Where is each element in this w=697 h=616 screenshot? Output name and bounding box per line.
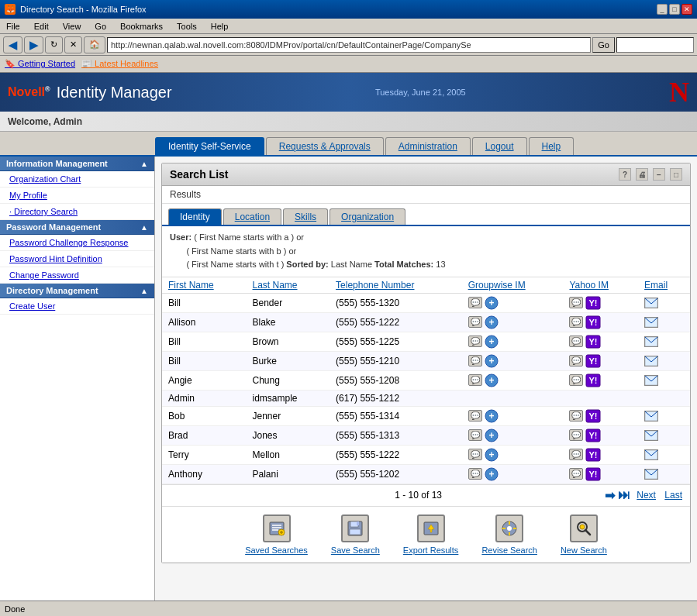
- menu-bookmarks[interactable]: Bookmarks: [117, 21, 166, 32]
- minimize-button[interactable]: _: [657, 4, 668, 15]
- menu-go[interactable]: Go: [91, 21, 109, 32]
- col-groupwise-im[interactable]: Groupwise IM: [462, 277, 564, 294]
- menu-help[interactable]: Help: [208, 21, 232, 32]
- new-search-button[interactable]: New Search: [561, 514, 607, 555]
- yahoo-icon[interactable]: Y!: [585, 315, 601, 329]
- bookmark-getting-started[interactable]: 🔖 Getting Started: [5, 59, 75, 69]
- revise-search-button[interactable]: Revise Search: [481, 514, 537, 555]
- email-icon[interactable]: [644, 430, 658, 441]
- email-icon[interactable]: [644, 356, 658, 367]
- yahoo-chat-icon[interactable]: 💬: [569, 355, 583, 367]
- sidebar-item-change-password[interactable]: Change Password: [0, 267, 154, 284]
- menu-tools[interactable]: Tools: [174, 21, 200, 32]
- yahoo-chat-icon[interactable]: 💬: [569, 316, 583, 328]
- bookmark-latest-headlines[interactable]: 📰 Latest Headlines: [81, 59, 158, 69]
- sidebar-section-information[interactable]: Information Management ▲: [0, 157, 154, 171]
- yahoo-icon[interactable]: Y!: [585, 335, 601, 349]
- table-row[interactable]: BobJenner(555) 555-1314 💬 + 💬 Y!: [162, 406, 690, 425]
- email-icon[interactable]: [644, 411, 658, 422]
- email-icon[interactable]: [644, 298, 658, 308]
- last-arrow[interactable]: ⏭: [618, 488, 630, 502]
- tab-logout[interactable]: Logout: [472, 137, 527, 155]
- export-results-button[interactable]: Export Results: [403, 514, 459, 555]
- browser-search-input[interactable]: [616, 37, 694, 53]
- menu-edit[interactable]: Edit: [31, 21, 52, 32]
- email-icon[interactable]: [644, 317, 658, 328]
- yahoo-icon[interactable]: Y!: [585, 448, 601, 462]
- gw-chat-icon[interactable]: 💬: [468, 336, 482, 347]
- gw-chat-icon[interactable]: 💬: [468, 316, 482, 328]
- table-row[interactable]: AngieChung(555) 555-1208 💬 + 💬 Y!: [162, 370, 690, 390]
- stop-button[interactable]: ✕: [64, 36, 82, 53]
- maximize-panel-icon[interactable]: □: [670, 168, 682, 181]
- next-link[interactable]: Next: [637, 490, 656, 501]
- gw-chat-icon[interactable]: 💬: [468, 297, 482, 308]
- sidebar-item-org-chart[interactable]: Organization Chart: [0, 171, 154, 188]
- gw-add-icon[interactable]: +: [485, 467, 499, 481]
- tab-help[interactable]: Help: [529, 137, 575, 155]
- tab-administration[interactable]: Administration: [385, 137, 471, 155]
- gw-add-icon[interactable]: +: [485, 373, 499, 387]
- table-row[interactable]: BradJones(555) 555-1313 💬 + 💬 Y!: [162, 425, 690, 445]
- email-icon[interactable]: [644, 469, 658, 480]
- gw-add-icon[interactable]: +: [485, 409, 499, 423]
- email-icon[interactable]: [644, 375, 658, 386]
- table-row[interactable]: AnthonyPalani(555) 555-1202 💬 + 💬 Y!: [162, 464, 690, 484]
- help-icon[interactable]: ?: [619, 168, 631, 181]
- menu-file[interactable]: File: [3, 21, 23, 32]
- yahoo-chat-icon[interactable]: 💬: [569, 468, 583, 480]
- yahoo-icon[interactable]: Y!: [585, 354, 601, 368]
- maximize-button[interactable]: □: [669, 4, 680, 15]
- email-icon[interactable]: [644, 449, 658, 460]
- gw-add-icon[interactable]: +: [485, 428, 499, 442]
- yahoo-icon[interactable]: Y!: [585, 373, 601, 387]
- print-icon[interactable]: 🖨: [636, 168, 648, 181]
- sub-tab-location[interactable]: Location: [223, 208, 281, 225]
- gw-chat-icon[interactable]: 💬: [468, 374, 482, 386]
- sidebar-item-create-user[interactable]: Create User: [0, 298, 154, 315]
- sidebar-section-directory[interactable]: Directory Management ▲: [0, 284, 154, 298]
- yahoo-chat-icon[interactable]: 💬: [569, 429, 583, 441]
- email-icon[interactable]: [644, 336, 658, 347]
- gw-chat-icon[interactable]: 💬: [468, 355, 482, 367]
- minimize-panel-icon[interactable]: −: [653, 168, 665, 181]
- gw-add-icon[interactable]: +: [485, 315, 499, 329]
- next-arrow[interactable]: ➡: [605, 488, 615, 503]
- yahoo-icon[interactable]: Y!: [585, 296, 601, 310]
- gw-chat-icon[interactable]: 💬: [468, 410, 482, 422]
- close-button[interactable]: ✕: [681, 4, 692, 15]
- tab-requests-approvals[interactable]: Requests & Approvals: [266, 137, 384, 155]
- last-link[interactable]: Last: [664, 490, 682, 501]
- table-row[interactable]: Adminidmsample(617) 555-1212: [162, 390, 690, 406]
- sidebar-item-my-profile[interactable]: My Profile: [0, 188, 154, 204]
- yahoo-chat-icon[interactable]: 💬: [569, 374, 583, 386]
- yahoo-icon[interactable]: Y!: [585, 467, 601, 481]
- yahoo-chat-icon[interactable]: 💬: [569, 297, 583, 308]
- save-search-button[interactable]: Save Search: [331, 514, 380, 555]
- col-first-name[interactable]: First Name: [162, 277, 247, 294]
- sidebar-item-directory-search[interactable]: · Directory Search: [0, 204, 154, 220]
- menu-view[interactable]: View: [60, 21, 85, 32]
- gw-add-icon[interactable]: +: [485, 335, 499, 349]
- yahoo-icon[interactable]: Y!: [585, 409, 601, 423]
- col-yahoo-im[interactable]: Yahoo IM: [563, 277, 638, 294]
- sub-tab-organization[interactable]: Organization: [330, 208, 405, 225]
- table-row[interactable]: BillBurke(555) 555-1210 💬 + 💬 Y!: [162, 351, 690, 370]
- sub-tab-skills[interactable]: Skills: [283, 208, 328, 225]
- tab-identity-self-service[interactable]: Identity Self-Service: [155, 137, 264, 155]
- yahoo-chat-icon[interactable]: 💬: [569, 336, 583, 347]
- gw-chat-icon[interactable]: 💬: [468, 449, 482, 460]
- table-row[interactable]: TerryMellon(555) 555-1222 💬 + 💬 Y!: [162, 445, 690, 464]
- gw-chat-icon[interactable]: 💬: [468, 429, 482, 441]
- col-email[interactable]: Email: [638, 277, 690, 294]
- yahoo-chat-icon[interactable]: 💬: [569, 410, 583, 422]
- refresh-button[interactable]: ↻: [45, 36, 63, 53]
- go-button[interactable]: Go: [592, 37, 615, 53]
- sub-tab-identity[interactable]: Identity: [168, 208, 222, 225]
- sidebar-item-hint-definition[interactable]: Password Hint Definition: [0, 251, 154, 267]
- col-last-name[interactable]: Last Name: [247, 277, 330, 294]
- back-button[interactable]: ◀: [3, 36, 22, 53]
- home-button[interactable]: 🏠: [84, 36, 105, 53]
- gw-chat-icon[interactable]: 💬: [468, 468, 482, 480]
- forward-button[interactable]: ▶: [24, 36, 43, 53]
